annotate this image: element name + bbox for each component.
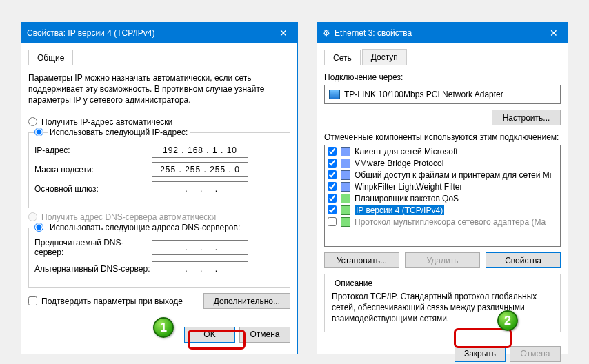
mask-label: Маска подсети: xyxy=(34,165,152,174)
description-text: Протокол TCP/IP. Стандартный протокол гл… xyxy=(332,291,553,325)
titlebar: Свойства: IP версии 4 (TCP/IPv4) ✕ xyxy=(21,23,297,43)
component-checkbox[interactable] xyxy=(328,159,337,168)
component-checkbox[interactable] xyxy=(328,217,337,226)
properties-button[interactable]: Свойства xyxy=(486,252,561,268)
component-item[interactable]: VMware Bridge Protocol xyxy=(325,157,561,169)
window-title: Ethernet 3: свойства xyxy=(335,28,540,38)
component-label: Протокол мультиплексора сетевого адаптер… xyxy=(355,217,546,227)
ipv4-properties-window: Свойства: IP версии 4 (TCP/IPv4) ✕ Общие… xyxy=(21,22,298,354)
adapter-box: TP-LINK 10/100Mbps PCI Network Adapter xyxy=(324,85,561,104)
components-list[interactable]: Клиент для сетей MicrosoftVMware Bridge … xyxy=(324,145,561,247)
radio-ip-auto[interactable]: Получить IP-адрес автоматически xyxy=(28,117,290,127)
cancel-button[interactable]: Отмена xyxy=(239,327,290,343)
component-label: IP версии 4 (TCP/IPv4) xyxy=(355,205,444,215)
gateway-input[interactable]: . . . xyxy=(152,181,248,196)
gateway-label: Основной шлюз: xyxy=(34,184,152,194)
install-button[interactable]: Установить... xyxy=(324,252,399,268)
radio-dns-auto-input xyxy=(28,212,37,221)
components-label: Отмеченные компоненты используются этим … xyxy=(324,132,561,142)
component-checkbox[interactable] xyxy=(328,205,337,214)
radio-dns-manual[interactable]: Использовать следующие адреса DNS-сервер… xyxy=(34,223,284,234)
component-icon xyxy=(341,147,350,156)
component-item[interactable]: IP версии 4 (TCP/IPv4) xyxy=(325,204,561,216)
dns1-input[interactable]: . . . xyxy=(152,240,248,255)
radio-ip-manual[interactable]: Использовать следующий IP-адрес: xyxy=(34,128,284,139)
component-checkbox[interactable] xyxy=(328,182,337,191)
component-label: Общий доступ к файлам и принтерам для се… xyxy=(355,170,551,180)
cancel-button: Отмена xyxy=(510,346,561,362)
component-checkbox[interactable] xyxy=(328,147,337,156)
radio-dns-auto: Получить адрес DNS-сервера автоматически xyxy=(28,212,290,222)
component-label: Планировщик пакетов QoS xyxy=(355,194,459,203)
close-button[interactable]: Закрыть xyxy=(455,346,506,362)
component-icon xyxy=(341,182,350,192)
confirm-checkbox[interactable] xyxy=(28,296,37,305)
tabs: Сеть Доступ xyxy=(324,49,561,65)
tab-network[interactable]: Сеть xyxy=(324,50,361,65)
component-label: WinpkFilter LightWeight Filter xyxy=(355,182,463,192)
titlebar: ⚙ Ethernet 3: свойства ✕ xyxy=(317,23,568,43)
ok-button[interactable]: OK xyxy=(184,327,235,343)
component-item[interactable]: Планировщик пакетов QoS xyxy=(325,192,561,204)
tab-general[interactable]: Общие xyxy=(28,50,73,65)
remove-button: Удалить xyxy=(405,252,480,268)
component-icon xyxy=(341,159,350,168)
ip-input[interactable]: 192 . 168 . 1 . 10 xyxy=(152,143,248,158)
component-checkbox[interactable] xyxy=(328,194,337,203)
intro-text: Параметры IP можно назначать автоматичес… xyxy=(28,72,290,106)
component-item[interactable]: Общий доступ к файлам и принтерам для се… xyxy=(325,169,561,181)
advanced-button[interactable]: Дополнительно... xyxy=(203,293,290,309)
close-icon[interactable]: ✕ xyxy=(540,23,568,43)
radio-ip-manual-input[interactable] xyxy=(34,128,43,136)
component-label: VMware Bridge Protocol xyxy=(355,159,443,168)
component-checkbox[interactable] xyxy=(328,170,337,179)
step-marker-2: 2 xyxy=(497,310,518,331)
component-item[interactable]: Протокол мультиплексора сетевого адаптер… xyxy=(325,216,561,228)
component-item[interactable]: Клиент для сетей Microsoft xyxy=(325,145,561,157)
tab-access[interactable]: Доступ xyxy=(362,49,407,65)
ethernet-icon: ⚙ xyxy=(323,28,330,38)
description-title: Описание xyxy=(332,279,375,288)
component-icon xyxy=(341,205,350,215)
connection-label: Подключение через: xyxy=(324,72,561,82)
component-label: Клиент для сетей Microsoft xyxy=(355,147,458,156)
dns1-label: Предпочитаемый DNS-сервер: xyxy=(34,238,152,257)
radio-dns-manual-input[interactable] xyxy=(34,223,43,232)
radio-ip-auto-input[interactable] xyxy=(28,117,37,126)
window-title: Свойства: IP версии 4 (TCP/IPv4) xyxy=(27,28,270,38)
confirm-on-exit[interactable]: Подтвердить параметры при выходе xyxy=(28,296,183,306)
configure-button[interactable]: Настроить... xyxy=(492,110,561,125)
close-icon[interactable]: ✕ xyxy=(270,23,297,43)
ethernet-properties-window: ⚙ Ethernet 3: свойства ✕ Сеть Доступ Под… xyxy=(317,22,568,354)
component-icon xyxy=(341,170,350,180)
component-icon xyxy=(341,194,350,203)
dns2-label: Альтернативный DNS-сервер: xyxy=(34,264,152,274)
step-marker-1: 1 xyxy=(153,317,174,338)
dns2-input[interactable]: . . . xyxy=(152,261,248,276)
tabs: Общие xyxy=(28,49,290,65)
mask-input[interactable]: 255 . 255 . 255 . 0 xyxy=(152,162,248,177)
description-group: Описание Протокол TCP/IP. Стандартный пр… xyxy=(324,274,561,332)
component-item[interactable]: WinpkFilter LightWeight Filter xyxy=(325,181,561,192)
ip-label: IP-адрес: xyxy=(34,145,152,155)
component-icon xyxy=(341,217,350,227)
adapter-name: TP-LINK 10/100Mbps PCI Network Adapter xyxy=(344,90,503,99)
nic-icon xyxy=(329,90,340,99)
